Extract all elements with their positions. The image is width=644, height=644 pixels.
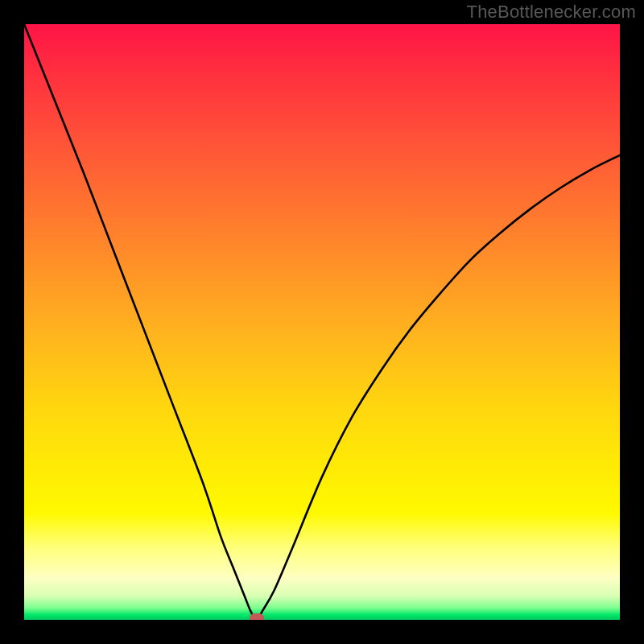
optimal-point-marker	[250, 613, 264, 620]
bottleneck-curve	[24, 24, 620, 620]
attribution-text: TheBottlenecker.com	[467, 2, 636, 23]
curve-path	[24, 24, 620, 620]
chart-frame: TheBottlenecker.com	[0, 0, 644, 644]
plot-area	[24, 24, 620, 620]
